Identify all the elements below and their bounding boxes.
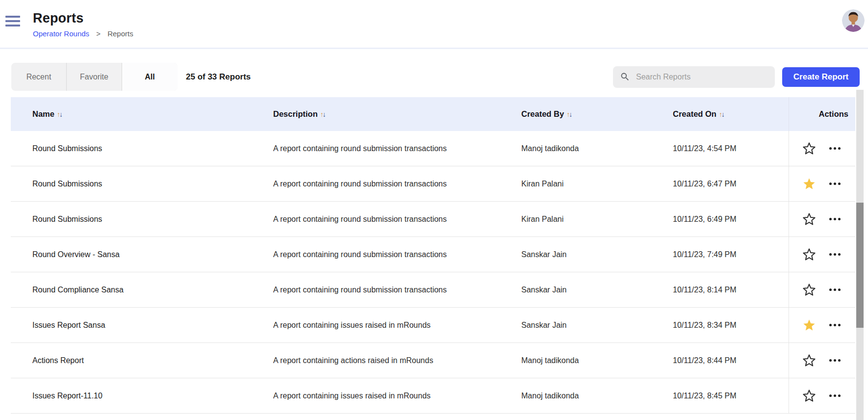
favorite-star-icon[interactable]: [802, 283, 816, 297]
table-row[interactable]: Actions Report A report containing actio…: [11, 343, 855, 378]
row-actions: [789, 237, 855, 272]
report-name: Round Submissions: [11, 180, 273, 188]
more-actions-icon[interactable]: [828, 356, 842, 365]
table-row[interactable]: Issues Report-11.10 A report containing …: [11, 378, 855, 414]
star-outline-icon: [802, 248, 816, 262]
sort-icon[interactable]: ↑↓: [566, 110, 571, 118]
table-row[interactable]: Round Submissions A report containing ro…: [11, 202, 855, 237]
search-box[interactable]: [613, 66, 775, 88]
more-actions-icon[interactable]: [828, 180, 842, 188]
favorite-star-icon[interactable]: [802, 177, 816, 191]
report-created-by: Kiran Palani: [521, 180, 673, 188]
column-header-created-by[interactable]: Created By↑↓: [521, 109, 673, 119]
report-created-on: 10/11/23, 8:14 PM: [673, 286, 789, 294]
report-name: Actions Report: [11, 356, 273, 365]
breadcrumb-current: Reports: [107, 29, 133, 38]
breadcrumb-link-operator-rounds[interactable]: Operator Rounds: [33, 29, 89, 38]
sort-icon[interactable]: ↑↓: [320, 110, 325, 118]
report-created-by: Manoj tadikonda: [521, 356, 673, 365]
sort-icon[interactable]: ↑↓: [57, 110, 62, 118]
favorite-star-icon[interactable]: [802, 212, 816, 226]
report-created-on: 10/11/23, 8:44 PM: [673, 356, 789, 365]
column-header-description[interactable]: Description↑↓: [273, 109, 521, 119]
table-row[interactable]: Issues Report Sansa A report containing …: [11, 308, 855, 343]
column-label: Actions: [818, 109, 848, 119]
title-block: Reports Operator Rounds > Reports: [33, 0, 133, 38]
star-filled-icon: [802, 177, 816, 191]
reports-count: 25 of 33 Reports: [186, 72, 251, 82]
report-created-by: Manoj tadikonda: [521, 392, 673, 400]
report-created-on: 10/11/23, 8:34 PM: [673, 321, 789, 330]
report-filter-tabs: Recent Favorite All: [11, 63, 178, 91]
table-row[interactable]: Round Compliance Sansa A report containi…: [11, 272, 855, 308]
report-created-by: Sanskar Jain: [521, 250, 673, 259]
column-label: Name: [32, 109, 54, 118]
more-actions-icon[interactable]: [828, 250, 842, 259]
report-description: A report containing round submission tra…: [273, 250, 521, 259]
table-row[interactable]: Round Submissions A report containing ro…: [11, 131, 855, 166]
user-avatar[interactable]: [842, 9, 865, 32]
table-row[interactable]: Round Submissions A report containing ro…: [11, 166, 855, 202]
tab-recent[interactable]: Recent: [11, 63, 67, 91]
row-actions: [789, 378, 855, 413]
report-created-by: Sanskar Jain: [521, 321, 673, 330]
row-actions: [789, 272, 855, 307]
avatar-image: [842, 9, 865, 32]
report-name: Round Submissions: [11, 144, 273, 153]
column-header-created-on[interactable]: Created On↑↓: [673, 109, 789, 119]
report-name: Issues Report Sansa: [11, 321, 273, 330]
column-label: Created By: [521, 109, 564, 118]
report-description: A report containing issues raised in mRo…: [273, 321, 521, 330]
sort-icon[interactable]: ↑↓: [719, 110, 724, 118]
report-created-on: 10/11/23, 6:47 PM: [673, 180, 789, 188]
report-created-by: Manoj tadikonda: [521, 144, 673, 153]
row-actions: [789, 131, 855, 166]
row-actions: [789, 343, 855, 378]
star-outline-icon: [802, 283, 816, 297]
report-created-on: 10/11/23, 4:54 PM: [673, 144, 789, 153]
breadcrumb: Operator Rounds > Reports: [33, 29, 133, 38]
star-outline-icon: [802, 212, 816, 226]
reports-table: Name↑↓ Description↑↓ Created By↑↓ Create…: [11, 97, 855, 414]
top-header: Reports Operator Rounds > Reports: [0, 0, 868, 49]
report-name: Round Submissions: [11, 215, 273, 224]
column-header-name[interactable]: Name↑↓: [11, 109, 273, 119]
report-created-on: 10/11/23, 6:49 PM: [673, 215, 789, 224]
toolbar: Recent Favorite All 25 of 33 Reports Cre…: [11, 63, 860, 91]
hamburger-menu-icon[interactable]: [5, 16, 20, 29]
report-name: Round Compliance Sansa: [11, 286, 273, 294]
report-created-by: Sanskar Jain: [521, 286, 673, 294]
more-actions-icon[interactable]: [828, 215, 842, 223]
report-description: A report containing round submission tra…: [273, 180, 521, 188]
tab-all[interactable]: All: [122, 63, 178, 91]
favorite-star-icon[interactable]: [802, 318, 816, 332]
report-description: A report containing round submission tra…: [273, 144, 521, 153]
search-icon: [620, 72, 630, 82]
more-actions-icon[interactable]: [828, 144, 842, 153]
favorite-star-icon[interactable]: [802, 248, 816, 262]
table-body: Round Submissions A report containing ro…: [11, 131, 855, 414]
favorite-star-icon[interactable]: [802, 354, 816, 368]
page-title: Reports: [33, 11, 133, 26]
more-actions-icon[interactable]: [828, 321, 842, 329]
tab-favorite[interactable]: Favorite: [67, 63, 122, 91]
report-name: Issues Report-11.10: [11, 392, 273, 400]
report-description: A report containing issues raised in mRo…: [273, 392, 521, 400]
more-actions-icon[interactable]: [828, 286, 842, 294]
vertical-scrollbar-track[interactable]: [856, 90, 864, 420]
favorite-star-icon[interactable]: [802, 142, 816, 156]
more-actions-icon[interactable]: [828, 392, 842, 400]
row-actions: [789, 166, 855, 201]
report-created-on: 10/11/23, 7:49 PM: [673, 250, 789, 259]
column-label: Description: [273, 109, 318, 118]
vertical-scrollbar-thumb[interactable]: [856, 203, 864, 328]
report-description: A report containing actions raised in mR…: [273, 356, 521, 365]
star-outline-icon: [802, 142, 816, 156]
table-header-row: Name↑↓ Description↑↓ Created By↑↓ Create…: [11, 97, 855, 131]
report-created-by: Kiran Palani: [521, 215, 673, 224]
favorite-star-icon[interactable]: [802, 389, 816, 403]
create-report-button[interactable]: Create Report: [782, 67, 860, 87]
table-row[interactable]: Round Overview - Sansa A report containi…: [11, 237, 855, 272]
search-input[interactable]: [635, 72, 767, 82]
row-actions: [789, 308, 855, 342]
